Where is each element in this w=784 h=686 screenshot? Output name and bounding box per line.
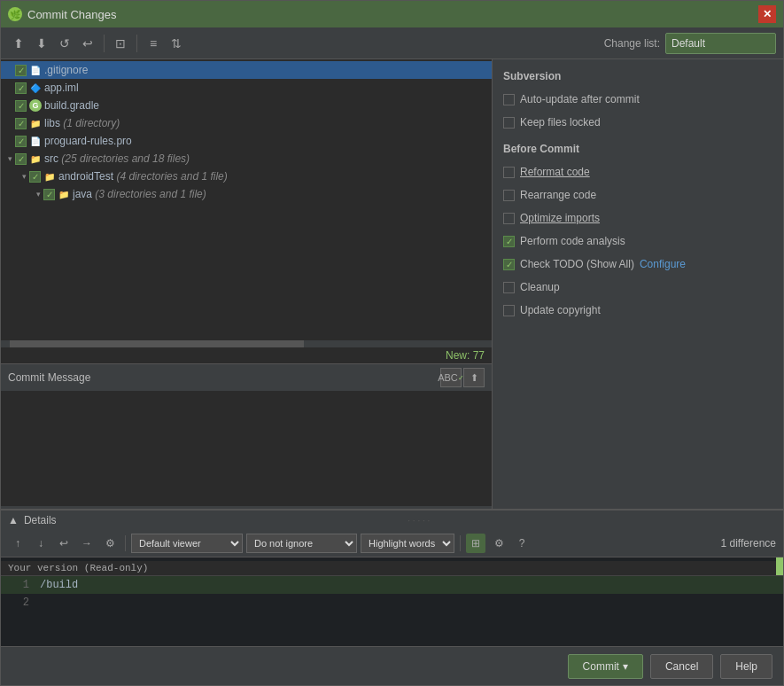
line-number-2: 2 — [8, 596, 29, 609]
diff-button[interactable]: ⊡ — [110, 33, 131, 54]
help-diff-button[interactable]: ? — [512, 534, 532, 553]
checkbox-androidtest[interactable]: ✓ — [29, 171, 41, 183]
details-collapse-icon: ▲ — [8, 514, 19, 526]
checkbox-cleanup[interactable] — [503, 282, 515, 293]
option-auto-update: Auto-update after commit — [503, 90, 772, 109]
label-auto-update: Auto-update after commit — [520, 93, 640, 105]
spellcheck-button[interactable]: ABC✓ — [440, 368, 462, 387]
file-name-gitignore: .gitignore — [44, 64, 88, 76]
changelist-label: Change list: — [604, 37, 660, 50]
checkbox-optimize-imports[interactable] — [503, 213, 515, 224]
checkbox-rearrange-code[interactable] — [503, 190, 515, 201]
file-tree[interactable]: ✓ 📄 .gitignore ✓ 🔷 app.iml ✓ — [1, 59, 492, 340]
side-by-side-button[interactable]: ⊞ — [466, 534, 485, 553]
expand-java-icon[interactable]: ▾ — [33, 189, 43, 199]
checkbox-gitignore[interactable]: ✓ — [15, 65, 27, 76]
expand-androidtest-icon[interactable]: ▾ — [19, 171, 29, 182]
code-viewer[interactable]: Your version (Read-only) 1 /build 2 — [1, 557, 783, 646]
file-name-proguard: proguard-rules.pro — [44, 135, 132, 147]
append-chunk-button[interactable]: → — [77, 534, 97, 553]
viewer-select[interactable]: Default viewer Unified viewer Side-by-si… — [131, 534, 243, 553]
tree-item-gitignore[interactable]: ✓ 📄 .gitignore — [1, 61, 492, 79]
file-icon-androidtest: 📁 — [43, 170, 56, 183]
new-counter: New: 77 — [1, 347, 492, 363]
option-reformat-code: Reformat code — [503, 162, 772, 182]
checkbox-auto-update[interactable] — [503, 94, 515, 105]
help-button[interactable]: Help — [720, 654, 772, 679]
tree-item-libs[interactable]: ✓ 📁 libs (1 directory) — [1, 114, 492, 132]
settings-button[interactable]: ⚙ — [489, 534, 508, 553]
details-sep-2 — [460, 535, 461, 551]
checkbox-update-copyright[interactable] — [503, 305, 515, 316]
file-name-src: src — [44, 152, 58, 165]
expand-icon — [4, 65, 15, 75]
revert-chunk-button[interactable]: ↩ — [54, 534, 74, 553]
right-panel: Subversion Auto-update after commit Keep… — [493, 59, 783, 509]
code-line-2: 2 — [1, 594, 783, 612]
commit-message-actions: ABC✓ ⬆ — [440, 368, 485, 387]
expand-icon — [4, 82, 15, 93]
configure-link[interactable]: Configure — [640, 258, 686, 270]
refresh-button[interactable]: ↺ — [54, 33, 75, 54]
group-by-button[interactable]: ≡ — [143, 33, 164, 54]
details-header[interactable]: ▲ Details · · · · · — [1, 511, 783, 530]
commit-button[interactable]: Commit ▾ — [568, 654, 643, 679]
file-extra-libs: (1 directory) — [60, 117, 120, 129]
tree-scrollbar-thumb[interactable] — [10, 340, 304, 347]
checkbox-libs[interactable]: ✓ — [15, 118, 27, 129]
toolbar: ⬆ ⬇ ↺ ↩ ⊡ ≡ ⇅ Change list: Default Unver… — [1, 27, 783, 59]
tree-item-java[interactable]: ▾ ✓ 📁 java (3 directories and 1 file) — [1, 185, 492, 203]
label-optimize-imports: Optimize imports — [520, 212, 600, 224]
checkbox-check-todo[interactable]: ✓ — [503, 259, 515, 270]
file-extra-java: (3 directories and 1 file) — [92, 188, 206, 200]
subversion-label: Subversion — [503, 70, 772, 82]
label-check-todo: Check TODO (Show All) — [520, 258, 634, 270]
details-drag-handle: · · · · · — [62, 516, 776, 526]
commit-message-input[interactable] — [1, 391, 492, 506]
file-name-appiml: app.iml — [44, 82, 79, 94]
close-button[interactable]: ✕ — [758, 5, 776, 23]
expand-icon — [4, 136, 15, 146]
undo-button[interactable]: ↩ — [77, 33, 98, 54]
file-name-libs: libs — [44, 117, 60, 129]
label-perform-code-analysis: Perform code analysis — [520, 235, 625, 247]
load-message-button[interactable]: ⬆ — [463, 368, 485, 387]
tree-horizontal-scrollbar[interactable] — [1, 340, 492, 347]
commit-dropdown-arrow[interactable]: ▾ — [623, 660, 628, 673]
sort-button[interactable]: ⇅ — [166, 33, 187, 54]
before-commit-label: Before Commit — [503, 143, 772, 155]
cancel-button[interactable]: Cancel — [650, 654, 713, 679]
changelist-select[interactable]: Default Unversioned Files — [665, 33, 776, 54]
tree-item-src[interactable]: ▾ ✓ 📁 src (25 directories and 18 files) — [1, 150, 492, 168]
move-files-up-button[interactable]: ⬆ — [8, 33, 29, 54]
tree-item-androidtest[interactable]: ▾ ✓ 📁 androidTest (4 directories and 1 f… — [1, 168, 492, 185]
next-diff-button[interactable]: ↓ — [31, 534, 50, 553]
tree-item-proguard[interactable]: ✓ 📄 proguard-rules.pro — [1, 132, 492, 150]
tree-item-appiml[interactable]: ✓ 🔷 app.iml — [1, 79, 492, 97]
ignore-select[interactable]: Do not ignore Ignore whitespaces Ignore … — [246, 534, 357, 553]
checkbox-java[interactable]: ✓ — [43, 189, 55, 200]
file-name-buildgradle: build.gradle — [44, 99, 99, 112]
tree-item-buildgradle[interactable]: ✓ G build.gradle — [1, 97, 492, 114]
checkbox-src[interactable]: ✓ — [15, 153, 27, 165]
highlight-select[interactable]: Highlight words Highlight lines Highligh… — [361, 534, 454, 553]
line-number-1: 1 — [8, 579, 29, 591]
file-icon-proguard: 📄 — [29, 135, 42, 147]
checkbox-perform-code-analysis[interactable]: ✓ — [503, 236, 515, 247]
checkbox-appiml[interactable]: ✓ — [15, 82, 27, 94]
option-check-todo: ✓ Check TODO (Show All) Configure — [503, 254, 772, 274]
move-files-down-button[interactable]: ⬇ — [31, 33, 52, 54]
file-icon-libs: 📁 — [29, 117, 42, 129]
checkbox-reformat-code[interactable] — [503, 167, 515, 178]
settings-diff-button[interactable]: ⚙ — [100, 534, 120, 553]
version-header: Your version (Read-only) — [1, 561, 783, 576]
checkbox-proguard[interactable]: ✓ — [15, 136, 27, 147]
expand-src-icon[interactable]: ▾ — [4, 153, 15, 164]
file-extra-src: (25 directories and 18 files) — [58, 152, 190, 165]
file-name-androidtest: androidTest — [58, 170, 113, 183]
details-toolbar: ↑ ↓ ↩ → ⚙ Default viewer Unified viewer … — [1, 530, 783, 557]
checkbox-keep-files-locked[interactable] — [503, 117, 515, 129]
left-panel: ✓ 📄 .gitignore ✓ 🔷 app.iml ✓ — [1, 59, 493, 509]
checkbox-buildgradle[interactable]: ✓ — [15, 100, 27, 112]
prev-diff-button[interactable]: ↑ — [8, 534, 27, 553]
